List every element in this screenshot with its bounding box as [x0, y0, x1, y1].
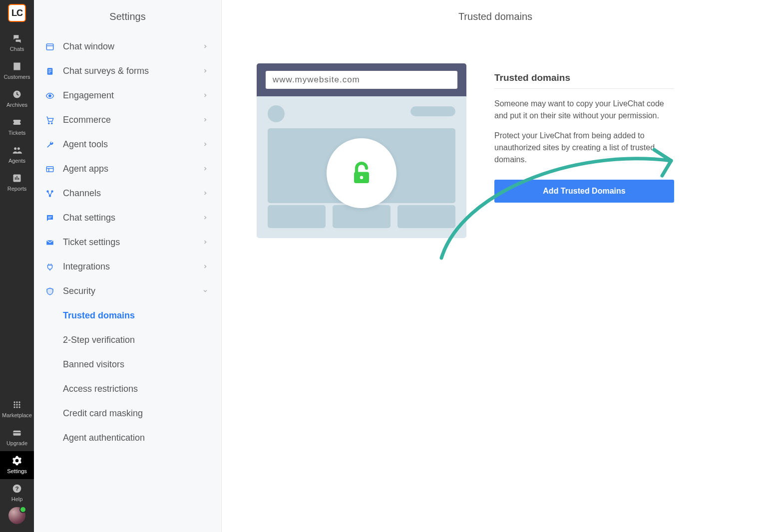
- menu-item-label: Engagement: [63, 90, 202, 101]
- rail-item-archives[interactable]: Archives: [0, 85, 34, 113]
- menu-item-label: Channels: [63, 188, 202, 199]
- chevron-right-icon: [202, 116, 208, 125]
- sub-item-credit-card-masking[interactable]: Credit card masking: [63, 401, 221, 426]
- chevron-right-icon: [202, 42, 208, 51]
- menu-item-engagement[interactable]: Engagement: [34, 83, 221, 108]
- rail-item-label: Reports: [7, 186, 27, 192]
- menu-item-ticket-settings[interactable]: Ticket settings: [34, 230, 221, 255]
- menu-item-label: Chat window: [63, 41, 202, 52]
- security-submenu: Trusted domains 2-Step verification Bann…: [34, 303, 221, 450]
- chats-icon: [11, 33, 22, 44]
- cart-icon: [45, 115, 55, 125]
- svg-point-31: [49, 195, 51, 197]
- menu-item-label: Integrations: [63, 262, 202, 272]
- panel-heading: Trusted domains: [494, 72, 674, 89]
- main-content: Trusted domains www.mywebsite.com Truste…: [222, 0, 769, 532]
- chevron-right-icon: [202, 189, 208, 198]
- svg-point-8: [16, 404, 17, 405]
- rail-item-marketplace[interactable]: Marketplace: [0, 395, 34, 423]
- svg-point-29: [47, 191, 48, 192]
- svg-rect-21: [48, 71, 51, 71]
- settings-menu: Chat window Chat surveys & forms Engagem…: [34, 34, 221, 450]
- chevron-right-icon: [202, 67, 208, 76]
- rail-item-label: Customers: [3, 74, 30, 80]
- agents-icon: [11, 145, 22, 156]
- sub-item-trusted-domains[interactable]: Trusted domains: [63, 303, 221, 328]
- reports-icon: [11, 173, 22, 184]
- chevron-right-icon: [202, 238, 208, 247]
- menu-item-label: Agent apps: [63, 164, 202, 174]
- lock-icon: [347, 158, 377, 188]
- menu-item-chat-window[interactable]: Chat window: [34, 34, 221, 59]
- wrench-icon: [45, 140, 55, 150]
- forms-icon: [45, 66, 55, 76]
- rail-item-customers[interactable]: Customers: [0, 57, 34, 85]
- menu-item-label: Ticket settings: [63, 237, 202, 248]
- chat-window-icon: [45, 42, 55, 52]
- settings-icon: [11, 455, 22, 466]
- menu-item-chat-settings[interactable]: Chat settings: [34, 206, 221, 230]
- rail-item-chats[interactable]: Chats: [0, 29, 34, 57]
- content-row: www.mywebsite.com Trusted domains Someon…: [222, 33, 769, 268]
- svg-rect-32: [48, 217, 52, 217]
- shield-icon: [45, 286, 55, 296]
- upgrade-icon: [11, 427, 22, 438]
- svg-point-23: [49, 94, 51, 97]
- rail-item-agents[interactable]: Agents: [0, 141, 34, 169]
- rail-item-label: Archives: [6, 102, 27, 108]
- chevron-right-icon: [202, 91, 208, 100]
- add-trusted-domains-button[interactable]: Add Trusted Domains: [494, 180, 674, 203]
- svg-rect-14: [13, 432, 21, 433]
- svg-point-1: [14, 147, 16, 150]
- rail-item-reports[interactable]: Reports: [0, 169, 34, 197]
- menu-item-surveys-forms[interactable]: Chat surveys & forms: [34, 59, 221, 83]
- svg-text:?: ?: [15, 485, 18, 492]
- menu-item-security[interactable]: Security: [34, 279, 221, 303]
- svg-rect-17: [46, 44, 53, 50]
- menu-item-agent-apps[interactable]: Agent apps: [34, 157, 221, 181]
- menu-item-label: Chat settings: [63, 213, 202, 223]
- chevron-right-icon: [202, 263, 208, 271]
- archives-icon: [11, 89, 22, 100]
- rail-item-label: Chats: [10, 46, 24, 52]
- plug-icon: [45, 262, 55, 272]
- settings-sidebar: Settings Chat window Chat surveys & form…: [34, 0, 222, 532]
- user-avatar[interactable]: [8, 507, 25, 524]
- rail-item-upgrade[interactable]: Upgrade: [0, 423, 34, 451]
- illustration-url: www.mywebsite.com: [266, 71, 457, 89]
- sub-item-banned-visitors[interactable]: Banned visitors: [63, 352, 221, 377]
- rail-item-label: Agents: [8, 158, 25, 164]
- menu-item-agent-tools[interactable]: Agent tools: [34, 132, 221, 157]
- svg-point-4: [13, 401, 15, 403]
- sub-item-two-step[interactable]: 2-Step verification: [63, 328, 221, 352]
- marketplace-icon: [11, 399, 22, 410]
- svg-point-10: [13, 406, 15, 408]
- rail-item-settings[interactable]: Settings: [0, 451, 34, 479]
- menu-item-label: Agent tools: [63, 139, 202, 150]
- svg-point-24: [48, 122, 49, 123]
- svg-point-12: [18, 406, 20, 408]
- svg-point-9: [18, 404, 20, 405]
- rail-item-label: Marketplace: [2, 412, 32, 418]
- rail-item-tickets[interactable]: Tickets: [0, 113, 34, 141]
- menu-item-integrations[interactable]: Integrations: [34, 255, 221, 279]
- panel-paragraph-1: Someone may want to copy your LiveChat c…: [494, 98, 674, 122]
- svg-point-35: [360, 176, 364, 180]
- svg-point-5: [16, 401, 17, 403]
- menu-item-ecommerce[interactable]: Ecommerce: [34, 108, 221, 132]
- rail-item-label: Tickets: [8, 130, 25, 136]
- page-title: Trusted domains: [222, 0, 769, 33]
- rail-item-label: Upgrade: [6, 440, 27, 446]
- rail-item-help[interactable]: ? Help: [0, 479, 34, 507]
- rail-item-label: Settings: [7, 468, 27, 474]
- sub-item-access-restrictions[interactable]: Access restrictions: [63, 377, 221, 401]
- menu-item-label: Ecommerce: [63, 115, 202, 125]
- tickets-icon: [11, 117, 22, 128]
- sub-item-agent-authentication[interactable]: Agent authentication: [63, 426, 221, 450]
- panel-paragraph-2: Protect your LiveChat from being added t…: [494, 130, 674, 166]
- customers-icon: [11, 61, 22, 72]
- menu-item-channels[interactable]: Channels: [34, 181, 221, 206]
- channels-icon: [45, 189, 55, 199]
- info-panel: Trusted domains Someone may want to copy…: [494, 63, 674, 238]
- app-logo[interactable]: LC: [8, 4, 26, 22]
